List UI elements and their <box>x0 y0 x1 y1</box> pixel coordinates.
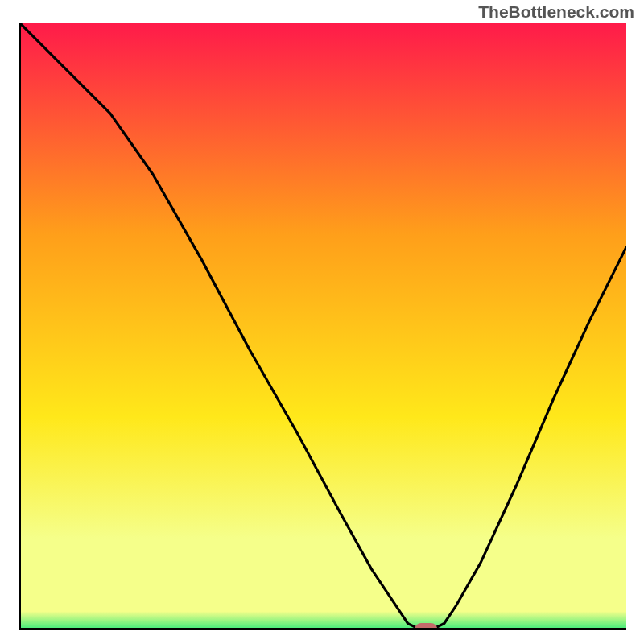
chart-plot <box>19 23 626 630</box>
watermark-text: TheBottleneck.com <box>478 2 634 22</box>
chart-svg <box>19 23 626 630</box>
